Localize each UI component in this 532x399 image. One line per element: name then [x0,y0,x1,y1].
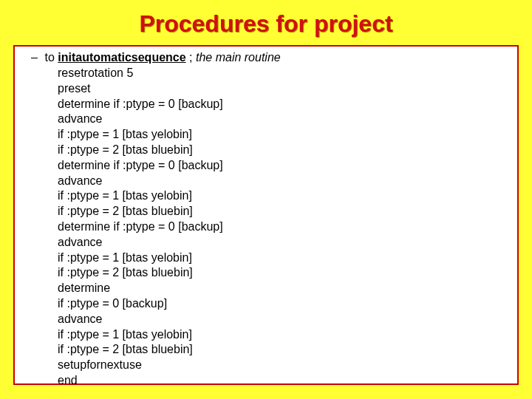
procedure-name: initautomaticsequence [58,51,185,64]
procedure-comment: the main routine [196,51,281,64]
bullet-dash: – [31,51,41,64]
code-block: – to initautomaticsequence ; the main ro… [13,45,519,385]
procedure-body: resetrotation 5 preset determine if :pty… [58,66,510,389]
procedure-header: – to initautomaticsequence ; the main ro… [31,51,510,64]
separator: ; [186,51,196,64]
to-keyword: to [44,51,58,64]
page-title: Procedures for project [0,0,532,45]
